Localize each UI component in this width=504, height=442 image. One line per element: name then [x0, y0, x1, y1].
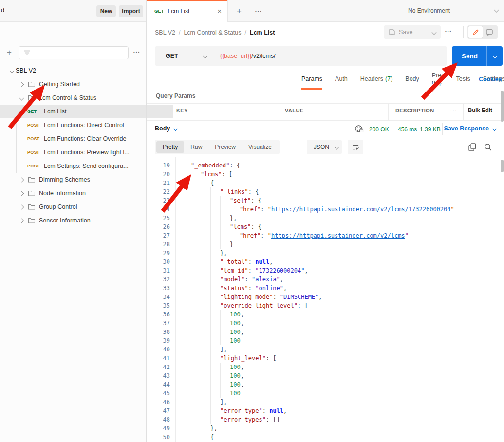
json-token: },	[210, 424, 217, 433]
code-line: 28}	[147, 240, 504, 249]
sidebar-item-sbl-v2[interactable]: SBL V2	[0, 64, 154, 77]
json-token: }	[230, 240, 233, 249]
breadcrumb-item[interactable]: Lcm List	[250, 29, 275, 36]
indent-guide	[191, 354, 201, 363]
indent-guide	[201, 275, 210, 284]
response-meta-divider	[442, 123, 443, 135]
tab-strip-more-icon[interactable]: •••	[255, 9, 262, 14]
request-more-icon[interactable]: •••	[445, 29, 452, 33]
tab-pre-req-[interactable]: Pre-req.	[432, 68, 444, 90]
wrap-text-button[interactable]	[348, 140, 363, 154]
line-number: 27	[147, 231, 176, 240]
bulk-edit-button[interactable]: Bulk Edit	[468, 107, 492, 113]
response-body-dropdown[interactable]: Body	[155, 125, 177, 132]
json-token: },	[220, 249, 227, 258]
json-token: ,	[318, 293, 322, 301]
comments-button[interactable]	[483, 26, 496, 38]
sidebar-item-dimming-schemes[interactable]: Dimming Schemes	[0, 173, 164, 186]
json-token: ,	[283, 406, 287, 415]
json-token: ],	[220, 345, 227, 354]
edit-docs-button[interactable]	[468, 26, 483, 38]
folder-icon	[28, 81, 35, 87]
params-more-icon[interactable]: •••	[450, 109, 457, 113]
sidebar-item-sensor-information[interactable]: Sensor Information	[0, 214, 164, 227]
chevron-right-icon	[19, 218, 24, 223]
save-response-dropdown[interactable]: Save Response	[444, 125, 496, 132]
tab-lcm-list[interactable]: GET Lcm List ×	[146, 0, 228, 22]
view-raw[interactable]: Raw	[184, 141, 208, 153]
line-number: 36	[147, 310, 176, 319]
save-button[interactable]: Save	[384, 25, 441, 39]
url-input[interactable]: {{base_url}}/v2/lcms/	[220, 53, 276, 59]
tab-params[interactable]: Params	[301, 68, 322, 90]
indent-guide	[230, 205, 240, 214]
response-format-label: JSON	[314, 144, 329, 150]
send-label: Send	[462, 53, 478, 60]
sidebar-search-input[interactable]	[19, 46, 129, 59]
save-dropdown-chevron[interactable]	[427, 25, 441, 39]
response-link[interactable]: https://httpapi.sustainder.com/v2/lcms/1…	[271, 205, 450, 214]
tab-headers[interactable]: Headers(7)	[360, 68, 393, 90]
indent-guide	[182, 345, 191, 354]
line-number: 19	[147, 161, 176, 170]
sidebar-more-icon[interactable]: •••	[133, 50, 140, 54]
add-collection-button[interactable]: +	[7, 48, 12, 57]
send-button[interactable]: Send	[452, 46, 503, 66]
import-button[interactable]: Import	[119, 5, 143, 17]
indent-guide	[182, 415, 191, 424]
response-link[interactable]: https://httpapi.sustainder.com/v2/lcms	[271, 231, 405, 240]
json-token: :	[245, 275, 252, 284]
line-number: 34	[147, 293, 176, 301]
code-line: 26"lcms": {	[147, 222, 504, 231]
code-line: 32"model": "alexia",	[147, 275, 504, 284]
view-pretty[interactable]: Pretty	[156, 141, 184, 153]
response-scrollbar-thumb[interactable]	[501, 160, 504, 172]
indent-guide	[210, 284, 220, 293]
indent-guide	[182, 170, 191, 179]
sidebar-item-getting-started[interactable]: Getting Started	[0, 77, 164, 91]
tab-tests[interactable]: Tests	[456, 68, 470, 90]
copy-response-button[interactable]	[468, 143, 476, 151]
json-token: ,	[241, 328, 244, 336]
toolbar-divider	[463, 26, 464, 38]
indent-guide	[201, 231, 210, 240]
sidebar-item-lcm-control-status[interactable]: Lcm Control & Status	[0, 91, 164, 105]
sidebar-item-lcm-functions-clear-override[interactable]: POSTLcm Functions: Clear Override	[0, 132, 173, 146]
indent-guide	[201, 345, 210, 354]
indent-guide	[182, 424, 191, 433]
chevron-right-icon	[19, 191, 24, 196]
new-tab-button[interactable]: +	[237, 7, 242, 15]
breadcrumb-item[interactable]: SBL V2	[155, 29, 175, 36]
new-button[interactable]: New	[96, 5, 116, 17]
indent-guide	[220, 231, 230, 240]
sidebar-item-lcm-list[interactable]: GETLcm List	[0, 105, 173, 118]
tab-auth[interactable]: Auth	[335, 68, 348, 90]
cookies-link[interactable]: Cookies	[479, 76, 502, 83]
response-format-dropdown[interactable]: JSON	[307, 140, 342, 154]
line-number: 30	[147, 258, 176, 266]
main-scrollbar-thumb[interactable]	[501, 91, 504, 122]
send-options-chevron[interactable]	[486, 46, 503, 66]
code-line: 20"lcms": [	[147, 170, 504, 179]
breadcrumb-item[interactable]: Lcm Control & Status	[184, 29, 241, 36]
tab-body[interactable]: Body	[405, 68, 419, 90]
indent-guide	[220, 222, 230, 231]
json-token: "self"	[230, 196, 251, 205]
view-preview[interactable]: Preview	[208, 141, 242, 153]
sidebar-item-node-information[interactable]: Node Information	[0, 186, 164, 200]
sidebar-item-group-control[interactable]: Group Control	[0, 200, 164, 214]
indent-guide	[191, 336, 201, 345]
json-token: "lighting_mode"	[220, 293, 273, 301]
indent-guide	[182, 319, 191, 328]
indent-guide	[191, 345, 201, 354]
sidebar-item-label: Node Information	[39, 190, 86, 197]
indent-guide	[230, 231, 240, 240]
view-visualize[interactable]: Visualize	[242, 141, 278, 153]
environment-selector[interactable]: No Environment	[408, 7, 450, 14]
method-selector[interactable]: GET	[166, 53, 178, 59]
tab-close-icon[interactable]: ×	[217, 7, 222, 15]
line-number: 48	[147, 415, 176, 424]
json-token: "lcms"	[230, 222, 251, 231]
search-response-button[interactable]	[484, 143, 492, 151]
environment-divider	[396, 0, 396, 21]
